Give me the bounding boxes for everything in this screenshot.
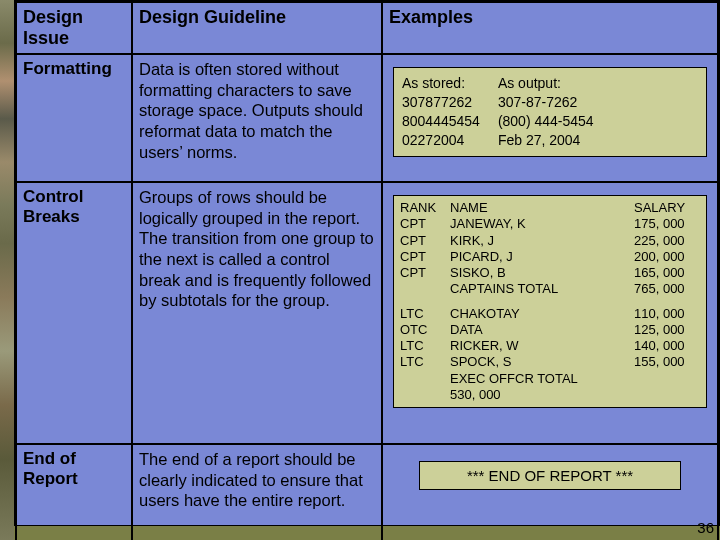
output-label: As output: — [498, 74, 594, 93]
guideline-end: The end of a report should be clearly in… — [132, 444, 382, 540]
guideline-formatting: Data is often stored without formatting … — [132, 54, 382, 182]
stored-value: 02272004 — [402, 131, 480, 150]
report-subtotal-row: EXEC OFFCR TOTAL — [400, 371, 700, 387]
output-column: As output: 307-87-7262 (800) 444-5454 Fe… — [498, 74, 594, 150]
issue-end: End of Report — [16, 444, 132, 540]
stored-label: As stored: — [402, 74, 480, 93]
col-rank: RANK — [400, 200, 450, 216]
stored-column: As stored: 307877262 8004445454 02272004 — [402, 74, 480, 150]
output-value: 307-87-7262 — [498, 93, 594, 112]
window-edge-strip — [0, 0, 14, 540]
example-end-box: *** END OF REPORT *** — [419, 461, 681, 490]
guideline-control: Groups of rows should be logically group… — [132, 182, 382, 444]
issue-control: Control Breaks — [16, 182, 132, 444]
report-row: CPT KIRK, J 225, 000 — [400, 233, 700, 249]
col-salary: SALARY — [634, 200, 700, 216]
row-formatting: Formatting Data is often stored without … — [16, 54, 718, 182]
col-name: NAME — [450, 200, 634, 216]
output-value: Feb 27, 2004 — [498, 131, 594, 150]
slide-body: Design Issue Design Guideline Examples F… — [14, 0, 720, 526]
report-header-row: RANK NAME SALARY — [400, 200, 700, 216]
stored-value: 8004445454 — [402, 112, 480, 131]
report-row: LTC RICKER, W 140, 000 — [400, 338, 700, 354]
row-control-breaks: Control Breaks Groups of rows should be … — [16, 182, 718, 444]
header-issue: Design Issue — [16, 2, 132, 54]
page-number: 36 — [697, 519, 714, 536]
header-row: Design Issue Design Guideline Examples — [16, 2, 718, 54]
example-control-cell: RANK NAME SALARY CPT JANEWAY, K 175, 000… — [382, 182, 718, 444]
report-subtotal-value: 530, 000 — [400, 387, 700, 403]
report-row: LTC SPOCK, S 155, 000 — [400, 354, 700, 370]
report-row: OTC DATA 125, 000 — [400, 322, 700, 338]
example-formatting-box: As stored: 307877262 8004445454 02272004… — [393, 67, 707, 157]
header-guideline: Design Guideline — [132, 2, 382, 54]
row-end-of-report: End of Report The end of a report should… — [16, 444, 718, 540]
issue-formatting: Formatting — [16, 54, 132, 182]
report-row: CPT PICARD, J 200, 000 — [400, 249, 700, 265]
example-end-cell: *** END OF REPORT *** — [382, 444, 718, 540]
report-subtotal-row: CAPTAINS TOTAL 765, 000 — [400, 281, 700, 297]
stored-value: 307877262 — [402, 93, 480, 112]
report-row: LTC CHAKOTAY 110, 000 — [400, 306, 700, 322]
example-formatting-cell: As stored: 307877262 8004445454 02272004… — [382, 54, 718, 182]
example-control-box: RANK NAME SALARY CPT JANEWAY, K 175, 000… — [393, 195, 707, 408]
report-row: CPT JANEWAY, K 175, 000 — [400, 216, 700, 232]
output-value: (800) 444-5454 — [498, 112, 594, 131]
design-guidelines-table: Design Issue Design Guideline Examples F… — [15, 1, 719, 540]
report-row: CPT SISKO, B 165, 000 — [400, 265, 700, 281]
header-examples: Examples — [382, 2, 718, 54]
